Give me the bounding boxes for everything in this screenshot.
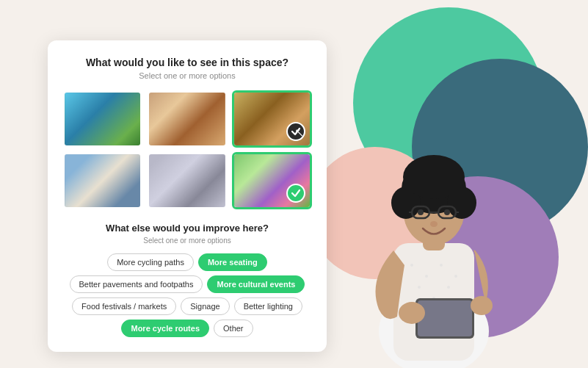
tag-signage[interactable]: Signage xyxy=(181,297,229,315)
svg-point-3 xyxy=(425,275,428,278)
image-option-garden[interactable] xyxy=(232,152,312,209)
survey-card: What would you like to see in this space… xyxy=(48,40,327,352)
card-subtitle: Select one or more options xyxy=(62,71,312,80)
svg-point-7 xyxy=(432,297,435,300)
svg-point-24 xyxy=(418,209,424,215)
svg-rect-19 xyxy=(412,206,429,218)
svg-point-8 xyxy=(447,286,450,289)
circle-teal xyxy=(353,7,544,198)
image-street xyxy=(65,154,140,207)
svg-point-26 xyxy=(430,221,438,227)
tag-other[interactable]: Other xyxy=(214,320,253,337)
tag-cultural-events[interactable]: More cultural events xyxy=(207,275,305,293)
svg-point-18 xyxy=(403,155,465,199)
svg-point-25 xyxy=(444,209,450,215)
svg-rect-13 xyxy=(423,225,445,250)
circle-pink xyxy=(309,147,441,279)
person-illustration xyxy=(324,74,529,368)
svg-point-0 xyxy=(379,287,489,368)
tags-container: More cycling paths More seating Better p… xyxy=(62,253,312,337)
svg-point-16 xyxy=(391,187,421,219)
circle-dark xyxy=(412,59,588,235)
tag-pavements[interactable]: Better pavements and footpaths xyxy=(70,275,203,293)
image-crowd xyxy=(149,93,225,145)
image-option-crowd[interactable] xyxy=(147,90,227,148)
svg-point-6 xyxy=(418,286,421,289)
svg-point-11 xyxy=(399,302,425,324)
svg-rect-10 xyxy=(418,300,472,336)
svg-point-4 xyxy=(440,264,443,267)
image-option-wooden[interactable]: ↖ xyxy=(232,90,312,148)
svg-point-15 xyxy=(402,162,466,214)
improve-subtitle: Select one or more options xyxy=(62,237,312,245)
tag-cycle-routes[interactable]: More cycle routes xyxy=(121,320,209,337)
svg-rect-1 xyxy=(393,243,474,361)
cursor-icon: ↖ xyxy=(294,126,304,140)
circle-purple xyxy=(397,176,559,338)
image-water xyxy=(65,93,140,145)
svg-point-14 xyxy=(403,175,465,245)
tag-more-seating[interactable]: More seating xyxy=(198,253,267,271)
svg-point-17 xyxy=(447,187,476,219)
image-grid: ↖ xyxy=(62,90,312,209)
tag-cycling-paths[interactable]: More cycling paths xyxy=(107,253,194,271)
improve-title: What else would you improve here? xyxy=(62,223,312,234)
tag-food-festivals[interactable]: Food festivals / markets xyxy=(72,297,176,315)
image-option-street[interactable] xyxy=(62,152,142,209)
image-option-water[interactable] xyxy=(62,90,142,148)
svg-rect-20 xyxy=(438,206,456,218)
svg-rect-9 xyxy=(415,298,474,339)
svg-point-12 xyxy=(471,296,493,315)
svg-point-2 xyxy=(410,264,413,267)
image-option-market[interactable] xyxy=(147,152,227,209)
image-market xyxy=(149,154,225,207)
svg-point-5 xyxy=(454,275,457,278)
card-title: What would you like to see in this space… xyxy=(62,57,312,68)
tag-lighting[interactable]: Better lighting xyxy=(234,297,302,315)
